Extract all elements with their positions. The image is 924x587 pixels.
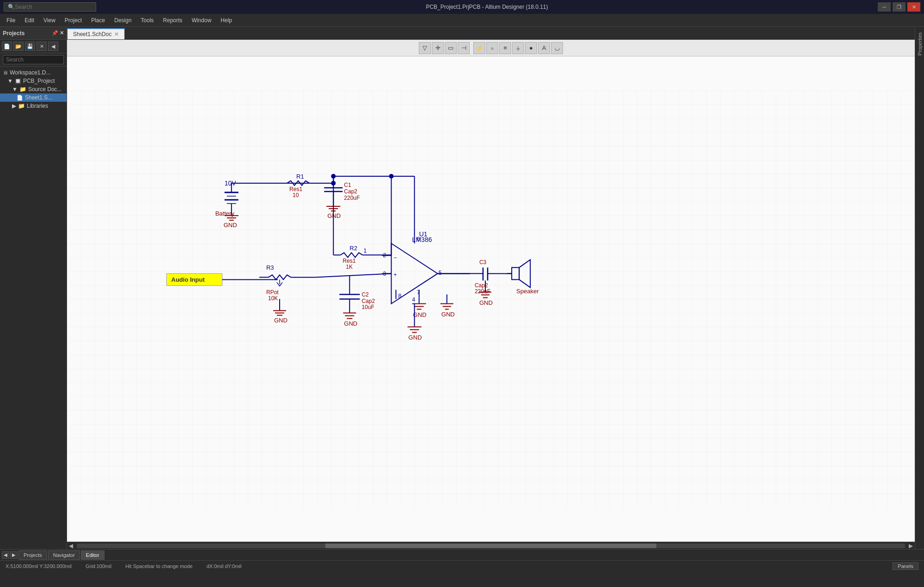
text-tool[interactable]: A bbox=[538, 42, 550, 54]
svg-text:LM386: LM386 bbox=[412, 236, 432, 243]
tree-sheet1[interactable]: 📄 Sheet1.S... bbox=[0, 93, 67, 102]
connect-tool[interactable]: ⊣ bbox=[458, 42, 470, 54]
svg-text:C1: C1 bbox=[344, 182, 351, 188]
projects-panel-header: Projects 📌 ✕ bbox=[0, 27, 67, 40]
svg-text:10uF: 10uF bbox=[361, 304, 374, 310]
project-expand-icon: ▼ bbox=[7, 78, 13, 84]
svg-text:GND: GND bbox=[409, 334, 422, 341]
properties-label[interactable]: Properties bbox=[916, 29, 924, 59]
folder-icon: 📁 bbox=[19, 86, 26, 93]
svg-point-112 bbox=[331, 174, 336, 179]
svg-text:GND: GND bbox=[413, 311, 427, 318]
rect-tool[interactable]: ▭ bbox=[445, 42, 457, 54]
svg-text:RPot: RPot bbox=[266, 289, 279, 296]
svg-text:GND: GND bbox=[224, 222, 237, 229]
coords-display: X:5100.000mil Y:3200.000mil bbox=[6, 563, 72, 569]
svg-text:10K: 10K bbox=[268, 296, 278, 302]
sheet1-tab-label: Sheet1.SchDoc bbox=[73, 31, 111, 37]
component-tool[interactable]: ⚡ bbox=[473, 42, 485, 54]
tree-workspace[interactable]: 🖥 Workspace1.D... bbox=[0, 68, 67, 77]
tree-project[interactable]: ▼ 🔲 PCB_Project bbox=[0, 77, 67, 85]
menu-edit[interactable]: Edit bbox=[20, 15, 39, 25]
filter-tool[interactable]: ▽ bbox=[419, 42, 431, 54]
libraries-folder-icon: 📁 bbox=[18, 103, 25, 109]
delta-display: dX:0mil dY:0mil bbox=[207, 563, 242, 569]
menu-tools[interactable]: Tools bbox=[136, 15, 159, 25]
horizontal-scrollbar[interactable]: ◀ ▶ bbox=[67, 542, 915, 549]
sidebar-search-area bbox=[0, 53, 67, 67]
svg-text:GND: GND bbox=[479, 299, 493, 306]
workspace-icon: 🖥 bbox=[3, 70, 8, 75]
svg-text:Cap2: Cap2 bbox=[361, 298, 375, 304]
menu-window[interactable]: Window bbox=[187, 15, 216, 25]
menu-design[interactable]: Design bbox=[110, 15, 136, 25]
close-project-button[interactable]: ✕ bbox=[37, 42, 47, 51]
sidebar-pin-icon[interactable]: 📌 bbox=[52, 30, 58, 36]
svg-text:Speaker: Speaker bbox=[516, 288, 539, 295]
svg-text:GND: GND bbox=[344, 320, 357, 327]
menu-bar: File Edit View Project Place Design Tool… bbox=[0, 14, 924, 27]
sidebar-search-input[interactable] bbox=[3, 55, 64, 64]
cross-tool[interactable]: ✛ bbox=[432, 42, 444, 54]
svg-text:220uF: 220uF bbox=[344, 195, 360, 201]
scrollbar-thumb[interactable] bbox=[325, 544, 657, 548]
scroll-right-button[interactable]: ▶ bbox=[907, 543, 915, 549]
scrollbar-track[interactable] bbox=[77, 544, 905, 548]
schematic-toolbar: ▽ ✛ ▭ ⊣ ⚡ ⬦ ≡ ⏚ ● A ◡ bbox=[67, 40, 915, 56]
libraries-expand-icon: ▶ bbox=[12, 103, 16, 109]
close-button[interactable]: ✕ bbox=[907, 2, 920, 12]
title-bar: 🔍 PCB_Project1.PrjPCB - Altium Designer … bbox=[0, 0, 924, 14]
tree-source-docs[interactable]: ▼ 📁 Source Doc... bbox=[0, 85, 67, 93]
title-bar-search[interactable]: 🔍 bbox=[4, 2, 96, 12]
menu-view[interactable]: View bbox=[39, 15, 60, 25]
svg-text:Cap2: Cap2 bbox=[344, 188, 357, 195]
svg-text:1: 1 bbox=[363, 247, 367, 254]
bottom-tab-bar: ◀ ▶ Projects Navigator Editor bbox=[0, 549, 924, 560]
bus-tool[interactable]: ≡ bbox=[499, 42, 511, 54]
svg-text:Cap2: Cap2 bbox=[475, 282, 488, 289]
restore-button[interactable]: ❐ bbox=[893, 2, 906, 12]
svg-text:GND: GND bbox=[274, 317, 288, 324]
svg-text:+: + bbox=[394, 272, 397, 278]
hint-text: Hit Spacebar to change mode bbox=[125, 563, 193, 569]
sidebar-toolbar: 📄 📂 💾 ✕ ◀ bbox=[0, 40, 67, 53]
sidebar-close-icon[interactable]: ✕ bbox=[60, 30, 64, 36]
schematic-canvas[interactable]: 10V Battery GND bbox=[67, 56, 915, 542]
tab-editor[interactable]: Editor bbox=[81, 550, 104, 560]
tab-projects[interactable]: Projects bbox=[18, 550, 47, 560]
open-button[interactable]: 📂 bbox=[13, 42, 24, 51]
junction-tool[interactable]: ● bbox=[525, 42, 537, 54]
power-tool[interactable]: ⏚ bbox=[512, 42, 524, 54]
scroll-left-button[interactable]: ◀ bbox=[67, 543, 75, 549]
svg-text:4: 4 bbox=[412, 297, 416, 303]
minimize-button[interactable]: ─ bbox=[878, 2, 891, 12]
menu-help[interactable]: Help bbox=[216, 15, 237, 25]
wire-tool[interactable]: ⬦ bbox=[486, 42, 498, 54]
menu-reports[interactable]: Reports bbox=[159, 15, 187, 25]
menu-place[interactable]: Place bbox=[86, 15, 110, 25]
new-file-button[interactable]: 📄 bbox=[2, 42, 12, 51]
schematic-svg: 10V Battery GND bbox=[67, 56, 915, 542]
svg-text:Res1: Res1 bbox=[289, 186, 302, 192]
arc-tool[interactable]: ◡ bbox=[551, 42, 563, 54]
bottom-nav-prev[interactable]: ◀ bbox=[2, 551, 9, 559]
project-icon: 🔲 bbox=[15, 78, 21, 84]
tree-libraries[interactable]: ▶ 📁 Libraries bbox=[0, 102, 67, 110]
menu-project[interactable]: Project bbox=[60, 15, 86, 25]
svg-text:10: 10 bbox=[293, 192, 299, 198]
grid-display: Grid:100mil bbox=[86, 563, 111, 569]
status-bar: X:5100.000mil Y:3200.000mil Grid:100mil … bbox=[0, 560, 924, 571]
save-button[interactable]: 💾 bbox=[25, 42, 35, 51]
tab-navigator[interactable]: Navigator bbox=[48, 550, 80, 560]
sheet1-tab[interactable]: Sheet1.SchDoc ✕ bbox=[67, 28, 125, 39]
source-docs-expand-icon: ▼ bbox=[12, 86, 18, 93]
menu-file[interactable]: File bbox=[2, 15, 20, 25]
title-search-input[interactable] bbox=[15, 4, 89, 10]
bottom-nav-next[interactable]: ▶ bbox=[10, 551, 18, 559]
sidebar-config-button[interactable]: ◀ bbox=[48, 42, 58, 51]
svg-text:C3: C3 bbox=[479, 259, 487, 266]
panels-button[interactable]: Panels bbox=[893, 562, 918, 570]
svg-text:GND: GND bbox=[441, 311, 455, 318]
tab-bar: Sheet1.SchDoc ✕ bbox=[67, 27, 915, 40]
svg-text:R1: R1 bbox=[296, 173, 304, 180]
